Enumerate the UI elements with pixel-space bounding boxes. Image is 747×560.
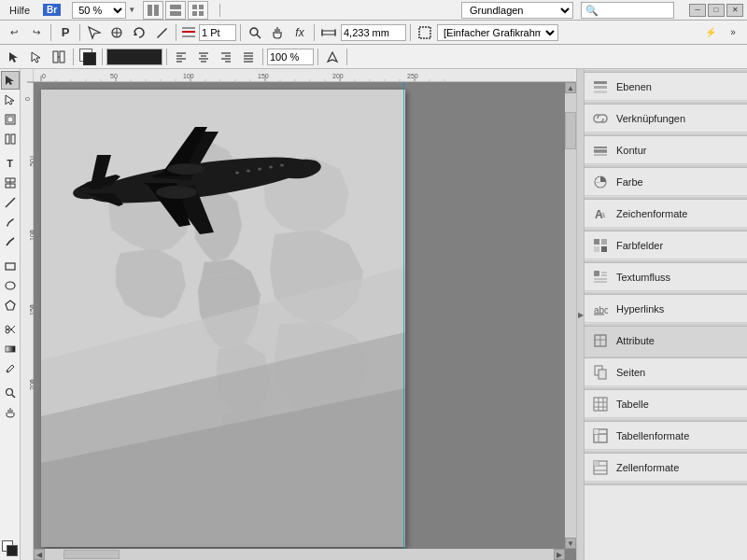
svg-text:250: 250 bbox=[407, 73, 418, 79]
svg-point-137 bbox=[258, 168, 261, 171]
panel-item-textumfluss[interactable]: Textumfluss bbox=[585, 263, 747, 291]
svg-rect-48 bbox=[11, 134, 15, 144]
zoom-select[interactable]: 50 % 100 % 200 % bbox=[72, 2, 126, 19]
panel-item-hyperlinks[interactable]: abc Hyperlinks bbox=[585, 295, 747, 323]
color-swatch[interactable] bbox=[106, 49, 162, 65]
align-right[interactable] bbox=[216, 47, 236, 67]
tool-rect[interactable] bbox=[1, 257, 20, 275]
tool-table-create[interactable] bbox=[1, 174, 20, 192]
tool-page[interactable] bbox=[1, 110, 20, 129]
scroll-right-button[interactable]: ▶ bbox=[554, 549, 565, 560]
sep-t2-2 bbox=[102, 49, 103, 65]
opacity-input[interactable] bbox=[267, 49, 314, 65]
extra-btn[interactable]: » bbox=[723, 22, 743, 43]
panel-item-tabellenformate[interactable]: Tabellenformate bbox=[585, 422, 747, 450]
scroll-up-button[interactable]: ▲ bbox=[565, 82, 576, 93]
panel-item-attribute[interactable]: Attribute bbox=[585, 327, 747, 355]
align-center[interactable] bbox=[193, 47, 214, 67]
layout-icon-1[interactable] bbox=[143, 1, 163, 20]
tool-direct[interactable] bbox=[1, 91, 20, 109]
p-tool-button[interactable]: P bbox=[55, 22, 76, 43]
direct-select-tool[interactable] bbox=[26, 47, 47, 67]
sep-t2-3 bbox=[166, 49, 167, 65]
farbfelder-label: Farbfelder bbox=[616, 240, 663, 251]
kontur-icon bbox=[592, 142, 609, 159]
sep-t1-1 bbox=[50, 24, 51, 41]
sep-t1-5 bbox=[314, 24, 315, 41]
scrollbar-right[interactable]: ▲ ▼ bbox=[565, 82, 576, 549]
sep-t2-4 bbox=[262, 49, 263, 65]
panel-item-tabelle[interactable]: Tabelle bbox=[585, 390, 747, 418]
panel-item-seiten[interactable]: Seiten bbox=[585, 358, 747, 386]
tool-hand2[interactable] bbox=[1, 403, 20, 422]
tool-gradient[interactable] bbox=[1, 340, 20, 358]
farbfelder-icon bbox=[592, 237, 609, 254]
fill-color-swatch[interactable] bbox=[1, 539, 20, 558]
sep-t1-4 bbox=[240, 24, 241, 41]
tool-gap2[interactable] bbox=[1, 130, 20, 148]
svg-rect-24 bbox=[53, 51, 58, 63]
width-input[interactable] bbox=[341, 24, 406, 41]
canvas-content bbox=[34, 82, 565, 549]
ruler-top: 0 50 100 150 200 250 bbox=[34, 69, 576, 82]
scroll-thumb[interactable] bbox=[565, 112, 576, 149]
tool-text[interactable]: T bbox=[1, 154, 20, 173]
anchor-tool[interactable] bbox=[322, 47, 343, 67]
selection-tool[interactable] bbox=[4, 47, 24, 67]
svg-text:50: 50 bbox=[110, 73, 118, 79]
scroll-thumb-h[interactable] bbox=[63, 550, 120, 559]
panel-item-farbe[interactable]: Farbe bbox=[585, 168, 747, 196]
minimize-button[interactable]: ─ bbox=[689, 4, 706, 17]
panel-item-kontur[interactable]: Kontur bbox=[585, 136, 747, 164]
tool-a[interactable] bbox=[84, 22, 105, 43]
farbe-label: Farbe bbox=[616, 176, 643, 188]
menu-hilfe[interactable]: Hilfe bbox=[4, 3, 35, 18]
align-left[interactable] bbox=[171, 47, 191, 67]
panel-item-zeichenformate[interactable]: Aa Zeichenformate bbox=[585, 200, 747, 228]
grundlagen-select[interactable]: Grundlagen bbox=[461, 2, 573, 19]
zellenformate-label: Zellenformate bbox=[616, 462, 679, 473]
restore-button[interactable]: □ bbox=[708, 4, 725, 17]
gap-tool[interactable] bbox=[49, 47, 69, 67]
tool-pen2[interactable] bbox=[1, 213, 20, 231]
svg-rect-7 bbox=[199, 11, 204, 16]
tool-polygon[interactable] bbox=[1, 296, 20, 315]
tool-pen[interactable] bbox=[151, 22, 172, 43]
panel-collapse-button[interactable]: ▶ bbox=[576, 69, 584, 560]
tool-pencil[interactable] bbox=[1, 232, 20, 251]
tool-rotate[interactable] bbox=[129, 22, 149, 43]
panel-item-ebenen[interactable]: Ebenen bbox=[585, 73, 747, 101]
stroke-input[interactable] bbox=[199, 24, 236, 41]
search-input[interactable] bbox=[581, 2, 674, 19]
redo-button[interactable]: ↪ bbox=[26, 22, 47, 43]
tool-scissors[interactable] bbox=[1, 320, 20, 339]
panel-item-farbfelder[interactable]: Farbfelder bbox=[585, 231, 747, 259]
layout-icon-2[interactable] bbox=[165, 1, 186, 20]
tool-ellipse[interactable] bbox=[1, 276, 20, 295]
scroll-down-button[interactable]: ▼ bbox=[565, 538, 576, 549]
sep-t2-6 bbox=[346, 49, 347, 65]
undo-button[interactable]: ↩ bbox=[4, 22, 24, 43]
tool-line[interactable] bbox=[1, 193, 20, 212]
tool-zoom2[interactable] bbox=[1, 384, 20, 402]
tool-zoom[interactable] bbox=[245, 22, 265, 43]
kontur-label: Kontur bbox=[616, 145, 646, 156]
svg-point-134 bbox=[167, 163, 204, 175]
tool-select[interactable] bbox=[1, 71, 20, 90]
align-justify[interactable] bbox=[238, 47, 259, 67]
tool-hand[interactable] bbox=[267, 22, 288, 43]
lightning-button[interactable]: ⚡ bbox=[700, 22, 721, 43]
tool-fx[interactable]: fx bbox=[289, 22, 310, 43]
tool-eyedropper[interactable] bbox=[1, 359, 20, 378]
frame-select[interactable]: [Einfacher Grafikrahmen] bbox=[437, 24, 558, 41]
tool-b[interactable] bbox=[106, 22, 127, 43]
scrollbar-bottom[interactable]: ◀ ▶ bbox=[34, 549, 565, 560]
close-button[interactable]: ✕ bbox=[726, 4, 743, 17]
svg-rect-164 bbox=[599, 370, 606, 379]
svg-point-133 bbox=[156, 186, 197, 199]
scroll-left-button[interactable]: ◀ bbox=[34, 549, 45, 560]
panel-item-verknuepfungen[interactable]: Verknüpfungen bbox=[585, 105, 747, 133]
menu-bar: Hilfe Br 50 % 100 % 200 % ▼ Grundlagen ─… bbox=[0, 0, 747, 21]
panel-item-zellenformate[interactable]: Zellenformate bbox=[585, 454, 747, 482]
layout-icon-3[interactable] bbox=[188, 1, 208, 20]
